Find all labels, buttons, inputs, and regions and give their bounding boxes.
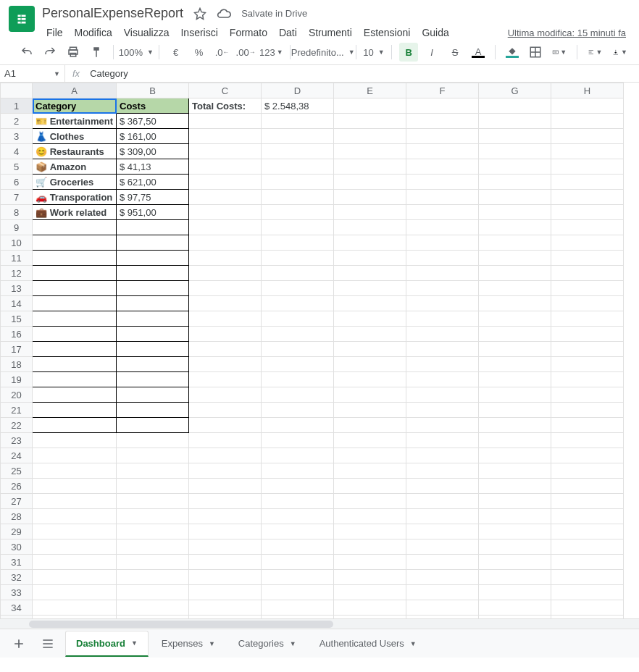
cloud-saved-icon[interactable] — [217, 7, 231, 21]
cell-F34[interactable] — [406, 600, 479, 616]
cell-B21[interactable] — [117, 403, 189, 418]
cell-A23[interactable] — [33, 433, 117, 448]
cell-H27[interactable] — [551, 494, 624, 509]
cell-D20[interactable] — [262, 387, 334, 403]
cell-F8[interactable] — [406, 205, 479, 220]
cell-D15[interactable] — [262, 311, 334, 327]
cell-E22[interactable] — [334, 418, 406, 433]
row-header-9[interactable]: 9 — [1, 220, 33, 235]
row-header-25[interactable]: 25 — [1, 463, 33, 479]
cell-G7[interactable] — [479, 190, 551, 205]
cell-B29[interactable] — [117, 524, 189, 539]
row-header-1[interactable]: 1 — [1, 98, 33, 114]
row-header-8[interactable]: 8 — [1, 205, 33, 220]
cell-C16[interactable] — [189, 327, 262, 342]
cell-G20[interactable] — [479, 387, 551, 403]
cell-C24[interactable] — [189, 448, 262, 463]
cell-G19[interactable] — [479, 372, 551, 387]
cell-G22[interactable] — [479, 418, 551, 433]
cell-D18[interactable] — [262, 357, 334, 372]
cell-F25[interactable] — [406, 463, 479, 479]
cell-E9[interactable] — [334, 220, 406, 235]
cell-F11[interactable] — [406, 251, 479, 266]
strike-button[interactable]: S — [446, 43, 464, 62]
cell-F6[interactable] — [406, 175, 479, 190]
cell-H5[interactable] — [551, 159, 624, 175]
undo-button[interactable] — [17, 43, 36, 62]
cell-D16[interactable] — [262, 327, 334, 342]
cell-B15[interactable] — [117, 311, 189, 327]
cell-D22[interactable] — [262, 418, 334, 433]
cell-G8[interactable] — [479, 205, 551, 220]
v-align-button[interactable]: ▼ — [609, 43, 630, 62]
cell-G5[interactable] — [479, 159, 551, 175]
paint-format-button[interactable] — [87, 43, 106, 62]
cell-C26[interactable] — [189, 479, 262, 494]
cell-A26[interactable] — [33, 479, 117, 494]
col-header-D[interactable]: D — [262, 83, 334, 98]
cell-B28[interactable] — [117, 509, 189, 524]
col-header-G[interactable]: G — [479, 83, 551, 98]
cell-H2[interactable] — [551, 114, 624, 129]
cell-C4[interactable] — [189, 144, 262, 159]
horizontal-scrollbar[interactable] — [0, 618, 639, 629]
cell-D23[interactable] — [262, 433, 334, 448]
borders-button[interactable] — [526, 43, 545, 62]
menu-formato[interactable]: Formato — [225, 24, 272, 41]
cell-F30[interactable] — [406, 539, 479, 555]
row-header-33[interactable]: 33 — [1, 585, 33, 600]
cell-C2[interactable] — [189, 114, 262, 129]
cell-H20[interactable] — [551, 387, 624, 403]
row-header-29[interactable]: 29 — [1, 524, 33, 539]
cell-E32[interactable] — [334, 570, 406, 585]
doc-title[interactable]: PersonalExpenseReport — [42, 6, 183, 21]
cell-D33[interactable] — [262, 585, 334, 600]
cell-A17[interactable] — [33, 342, 117, 357]
cell-G14[interactable] — [479, 296, 551, 311]
cell-G15[interactable] — [479, 311, 551, 327]
cell-H1[interactable] — [551, 98, 624, 114]
cell-E15[interactable] — [334, 311, 406, 327]
cell-B32[interactable] — [117, 570, 189, 585]
select-all-corner[interactable] — [1, 83, 33, 98]
cell-H3[interactable] — [551, 129, 624, 144]
cell-A9[interactable] — [33, 220, 117, 235]
cell-E13[interactable] — [334, 281, 406, 296]
row-header-30[interactable]: 30 — [1, 539, 33, 555]
cell-C31[interactable] — [189, 555, 262, 570]
cell-C12[interactable] — [189, 266, 262, 281]
cell-D6[interactable] — [262, 175, 334, 190]
cell-E27[interactable] — [334, 494, 406, 509]
row-header-23[interactable]: 23 — [1, 433, 33, 448]
add-sheet-button[interactable] — [7, 632, 30, 655]
cell-D17[interactable] — [262, 342, 334, 357]
cell-G6[interactable] — [479, 175, 551, 190]
cell-A29[interactable] — [33, 524, 117, 539]
cell-A31[interactable] — [33, 555, 117, 570]
cell-E16[interactable] — [334, 327, 406, 342]
cell-E3[interactable] — [334, 129, 406, 144]
cell-A14[interactable] — [33, 296, 117, 311]
cell-G24[interactable] — [479, 448, 551, 463]
cell-G17[interactable] — [479, 342, 551, 357]
cell-D27[interactable] — [262, 494, 334, 509]
col-header-E[interactable]: E — [334, 83, 406, 98]
cell-D13[interactable] — [262, 281, 334, 296]
cell-A5[interactable]: 📦 Amazon — [33, 159, 117, 175]
cell-H10[interactable] — [551, 235, 624, 251]
font-name-dropdown[interactable]: Predefinito...▼ — [298, 43, 348, 62]
sheet-tab-categories[interactable]: Categories▼ — [228, 631, 306, 657]
cell-E1[interactable] — [334, 98, 406, 114]
sheet-tab-expenses[interactable]: Expenses▼ — [151, 631, 225, 657]
row-header-32[interactable]: 32 — [1, 570, 33, 585]
cell-G34[interactable] — [479, 600, 551, 616]
cell-G13[interactable] — [479, 281, 551, 296]
cell-D21[interactable] — [262, 403, 334, 418]
cell-D24[interactable] — [262, 448, 334, 463]
cell-A7[interactable]: 🚗 Transporation — [33, 190, 117, 205]
cell-E34[interactable] — [334, 600, 406, 616]
currency-button[interactable]: € — [167, 43, 185, 62]
cell-B14[interactable] — [117, 296, 189, 311]
cell-D2[interactable] — [262, 114, 334, 129]
cell-G1[interactable] — [479, 98, 551, 114]
